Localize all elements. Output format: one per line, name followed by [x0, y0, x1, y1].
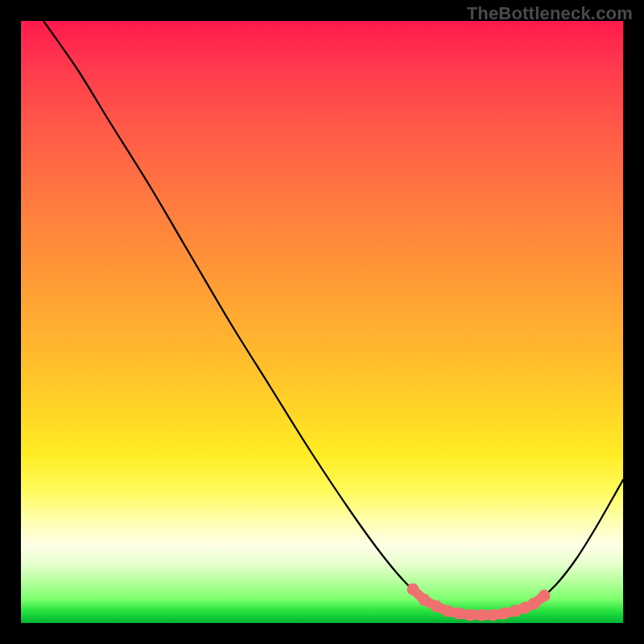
optimal-dot — [419, 594, 431, 606]
optimal-dot — [464, 609, 477, 621]
bottleneck-curve — [43, 21, 623, 615]
optimal-dot — [476, 609, 488, 621]
watermark-text: TheBottleneck.com — [467, 3, 633, 24]
chart-frame: TheBottleneck.com — [0, 0, 644, 644]
optimal-region-dots — [407, 584, 551, 621]
plot-area — [21, 21, 623, 623]
optimal-dot — [487, 609, 499, 621]
curve-svg — [21, 21, 623, 623]
optimal-dot — [528, 598, 540, 610]
optimal-dot — [431, 601, 443, 613]
optimal-dot — [407, 584, 419, 596]
optimal-dot — [498, 608, 510, 620]
optimal-dot — [442, 605, 454, 617]
optimal-dot — [453, 608, 465, 620]
optimal-dot — [539, 590, 551, 602]
